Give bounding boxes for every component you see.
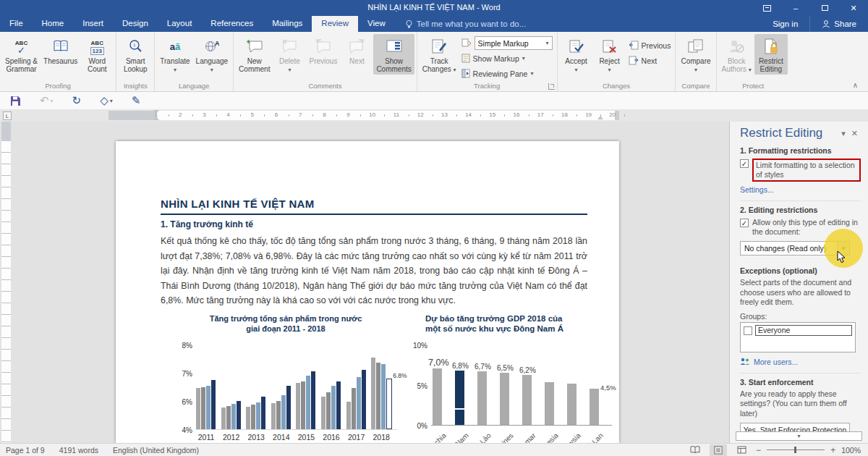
chart-right-ytick: 5% (407, 382, 427, 390)
group-label-tracking: Tracking (417, 82, 557, 90)
chart-left-xtick: 2014 (268, 433, 294, 442)
shapes-button[interactable]: ◇▾ (100, 94, 113, 107)
collapse-ribbon-button[interactable]: ∧ (853, 81, 858, 89)
spellcheck-icon: ABC✓ (5, 35, 38, 57)
hanging-indent-marker[interactable] (153, 117, 159, 120)
draft-edit-button[interactable]: ✎ (132, 94, 141, 107)
settings-link[interactable]: Settings... (740, 185, 774, 194)
undo-button[interactable]: ↶▾ (40, 94, 54, 107)
group-label-comments: Comments (234, 82, 417, 90)
zoom-level[interactable]: 100% (841, 446, 861, 455)
zoom-slider-knob[interactable] (794, 447, 796, 453)
zoom-slider[interactable] (767, 449, 825, 450)
ruler-number: 5 (248, 111, 257, 118)
new-comment-button[interactable]: NewComment (236, 34, 273, 75)
restore-button[interactable] (810, 0, 839, 16)
chart-left-xtick: 2016 (318, 433, 344, 442)
ribbon-display-options-button[interactable] (752, 0, 781, 16)
chart-left-ytick: 7% (172, 370, 192, 378)
bar-2012-series-4 (237, 401, 241, 429)
print-layout-button[interactable] (710, 444, 727, 456)
previous-change-button[interactable]: Previous (626, 38, 673, 52)
tab-view[interactable]: View (358, 16, 395, 32)
restrict-editing-button[interactable]: RestrictEditing (754, 34, 788, 75)
everyone-checkbox[interactable] (744, 326, 752, 335)
book-icon (43, 35, 77, 57)
tab-review[interactable]: Review (312, 16, 358, 32)
tab-references[interactable]: References (201, 16, 263, 32)
word-count-button[interactable]: ABC123 WordCount (80, 34, 114, 75)
group-row-everyone[interactable]: Everyone (744, 325, 852, 336)
translate-button[interactable]: aă Translate▾ (157, 34, 192, 75)
smart-lookup-button[interactable]: i SmartLookup (119, 34, 152, 75)
limit-formatting-checkbox[interactable]: ✓ (740, 159, 749, 168)
delete-comment-button[interactable]: Delete▾ (273, 34, 306, 75)
language-button[interactable]: A Language▾ (193, 34, 231, 75)
close-button[interactable]: ✕ (839, 0, 868, 16)
chart-left-plot: 8%7%6%4%20112012201320142015201620172018… (196, 345, 397, 430)
read-mode-button[interactable] (686, 444, 704, 456)
pane-close-button[interactable]: ✕ (848, 129, 861, 138)
tab-file[interactable]: File (0, 16, 33, 32)
quick-access-toolbar: ↶▾ ↻ ◇▾ ✎ (0, 92, 868, 109)
tab-layout[interactable]: Layout (158, 16, 202, 32)
accept-button[interactable]: Accept▾ (560, 34, 593, 75)
first-line-indent-marker[interactable] (153, 110, 159, 114)
right-indent-marker[interactable] (597, 116, 603, 119)
display-for-review-dropdown[interactable]: Simple Markup▾ (459, 36, 555, 50)
reviewing-pane-dropdown[interactable]: Reviewing Pane ▾ (459, 67, 555, 80)
compare-button[interactable]: Compare▾ (678, 34, 713, 75)
pane-scroll-down[interactable]: ▾ (736, 431, 862, 441)
tell-me-box[interactable]: Tell me what you want to do... (395, 16, 537, 32)
reviewing-pane-icon (461, 69, 470, 78)
show-comments-button[interactable]: ShowComments (373, 34, 414, 75)
previous-comment-button[interactable]: Previous (306, 34, 340, 67)
more-users-link[interactable]: More users... (740, 358, 861, 366)
minimize-button[interactable]: – (781, 0, 810, 16)
chart-right-bar-label: 7,0% (428, 358, 449, 368)
word-count-indicator[interactable]: 4191 words (59, 446, 98, 455)
abc123-icon: ABC123 (83, 35, 111, 57)
page-indicator[interactable]: Page 1 of 9 (6, 446, 45, 455)
pane-options-button[interactable]: ▾ (838, 129, 848, 138)
magnifier-icon: i (122, 35, 149, 57)
limit-formatting-label[interactable]: Limit formatting to a selection of style… (752, 159, 861, 182)
editing-type-dropdown[interactable]: No changes (Read only) ▾ (740, 241, 850, 256)
document-page[interactable]: NHÌN LẠI KINH TẾ VIỆT NAM 1. Tăng trưởng… (116, 141, 619, 443)
next-change-button[interactable]: Next (626, 54, 673, 67)
group-label-compare: Compare (676, 82, 715, 90)
track-changes-button[interactable]: TrackChanges ▾ (420, 34, 459, 75)
web-layout-button[interactable] (733, 444, 750, 456)
horizontal-ruler[interactable]: L 1234567891011121314151617181920 (0, 109, 868, 122)
spelling-grammar-button[interactable]: ABC✓ Spelling &Grammar (2, 34, 41, 75)
ruler-tick (336, 114, 337, 117)
tab-insert[interactable]: Insert (73, 16, 113, 32)
sign-in-link[interactable]: Sign in (761, 20, 809, 28)
editing-type-checkbox[interactable]: ✓ (740, 219, 749, 227)
tab-stop-selector[interactable]: L (3, 111, 12, 120)
language-indicator[interactable]: English (United Kingdom) (113, 446, 199, 455)
everyone-label: Everyone (755, 325, 852, 336)
chart-left-xtick: 2015 (293, 433, 319, 442)
show-markup-dropdown[interactable]: Show Markup ▾ (459, 51, 555, 65)
redo-button[interactable]: ↻ (72, 94, 82, 107)
globe-icon: A (196, 35, 229, 57)
zoom-in-button[interactable]: + (830, 445, 835, 455)
save-button[interactable] (10, 96, 21, 106)
vertical-ruler[interactable] (1, 122, 11, 443)
tab-design[interactable]: Design (113, 16, 158, 32)
bar-2012-series-1 (221, 408, 226, 429)
thesaurus-button[interactable]: Thesaurus (41, 34, 80, 67)
reject-button[interactable]: Reject▾ (593, 34, 626, 75)
tab-home[interactable]: Home (33, 16, 74, 32)
next-comment-button[interactable]: Next (340, 34, 373, 67)
accept-icon (563, 35, 590, 57)
groups-listbox[interactable]: Everyone (740, 322, 856, 352)
block-authors-button[interactable]: BlockAuthors ▾ (719, 34, 754, 75)
zoom-out-button[interactable]: − (756, 445, 761, 455)
chart-left-ytick: 8% (172, 342, 192, 350)
next-comment-icon (343, 35, 370, 57)
share-button[interactable]: Share (809, 16, 868, 32)
tab-mailings[interactable]: Mailings (263, 16, 312, 32)
ruler-tick (169, 114, 169, 117)
